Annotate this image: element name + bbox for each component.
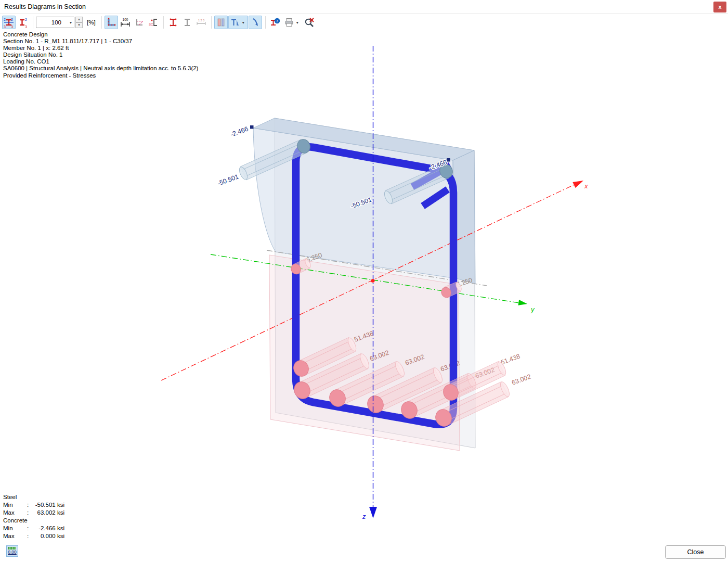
legend-concrete-max-row: Max : 0.000 ksi bbox=[3, 532, 64, 540]
concrete-min-value: -2.466 ksi bbox=[32, 525, 64, 532]
dialog-title: Results Diagrams in Section bbox=[4, 3, 86, 10]
hatching-icon bbox=[216, 17, 226, 28]
steel-stress-label: 51.438 bbox=[500, 353, 521, 366]
toolbar-separator bbox=[101, 16, 102, 29]
legend-concrete-title: Concrete bbox=[3, 517, 64, 525]
min-label: Min bbox=[3, 525, 27, 532]
svg-text:i: i bbox=[277, 19, 278, 23]
percent-unit-label: [%] bbox=[87, 19, 96, 25]
section-outline-button[interactable] bbox=[105, 16, 118, 29]
stress-points-icon bbox=[168, 17, 178, 28]
stress-points-button[interactable] bbox=[166, 16, 180, 29]
cancel-zoom-button[interactable] bbox=[303, 16, 316, 29]
section-info-button[interactable]: i bbox=[268, 16, 282, 29]
max-label: Max bbox=[3, 532, 27, 540]
scale-factor-combobox[interactable]: 100 ▾ bbox=[36, 17, 74, 28]
printer-icon bbox=[284, 17, 295, 28]
legend-steel-title: Steel bbox=[3, 493, 64, 501]
toolbar: 22 33 2 3 100 ▾ ▲ ▼ [%] 100 bbox=[0, 14, 728, 31]
scale-factor-value: 100 bbox=[51, 19, 61, 25]
concrete-max-value: 0.000 ksi bbox=[32, 532, 64, 540]
section-parts-icon bbox=[182, 17, 192, 28]
legend-concrete-min-row: Min : -2.466 ksi bbox=[3, 525, 64, 532]
toolbar-separator bbox=[33, 16, 33, 29]
zoom-cancel-icon bbox=[304, 17, 315, 28]
section-3d-view[interactable]: 6.250 6.250 51.438 63.002 63.002 63.002 … bbox=[0, 31, 728, 543]
steel-max-value: 63.002 ksi bbox=[32, 509, 64, 517]
y-axis-label: y bbox=[530, 305, 535, 313]
concrete-stress-label: -2.466 bbox=[229, 125, 249, 138]
decimal-places-button[interactable]: 0,00 bbox=[6, 545, 18, 557]
results-sections-icon: 22 33 bbox=[3, 17, 15, 28]
z-axis-label: z bbox=[362, 513, 366, 520]
steel-compression-label: -50.501 bbox=[216, 173, 240, 187]
close-button[interactable]: Close bbox=[665, 545, 726, 559]
section-info-icon: i bbox=[269, 17, 281, 28]
svg-text:3: 3 bbox=[4, 25, 6, 28]
dimension-lines-button[interactable]: 100 bbox=[119, 16, 132, 29]
section-outline-icon bbox=[106, 17, 116, 28]
hatching-display-button[interactable] bbox=[214, 16, 228, 29]
min-label: Min bbox=[3, 501, 27, 509]
section-axes-icon bbox=[134, 17, 145, 28]
numbering-icon: 1 2 3 bbox=[196, 17, 207, 28]
section-axes-button[interactable] bbox=[133, 16, 146, 29]
legend-steel-min-row: Min : -50.501 ksi bbox=[3, 501, 64, 509]
spinner-up-icon[interactable]: ▲ bbox=[75, 17, 83, 22]
shear-center-button[interactable]: SC bbox=[147, 16, 160, 29]
results-section2-icon: 2 3 bbox=[17, 17, 29, 28]
close-button-label: Close bbox=[687, 548, 704, 556]
max-label: Max bbox=[3, 509, 27, 517]
chevron-down-icon: ▾ bbox=[70, 20, 72, 25]
y-axis-arrow-icon bbox=[518, 300, 527, 305]
steel-stress-label: 63.002 bbox=[511, 373, 532, 387]
colon: : bbox=[27, 509, 32, 517]
close-icon: x bbox=[718, 4, 721, 10]
toolbar-separator bbox=[211, 16, 212, 29]
x-axis-arrow-icon bbox=[573, 181, 583, 188]
toolbar-separator bbox=[265, 16, 266, 29]
svg-text:1 2 3: 1 2 3 bbox=[198, 19, 204, 22]
colon: : bbox=[27, 525, 32, 532]
chevron-down-icon: ▾ bbox=[242, 20, 244, 25]
results-in-section-2-button[interactable]: 2 3 bbox=[16, 16, 30, 29]
svg-text:2: 2 bbox=[25, 18, 27, 21]
steel-min-value: -50.501 ksi bbox=[32, 501, 64, 509]
spinner-down-icon[interactable]: ▼ bbox=[75, 22, 83, 28]
chevron-down-icon: ▾ bbox=[296, 20, 298, 25]
svg-text:3: 3 bbox=[25, 25, 27, 28]
dialog-title-bar: Results Diagrams in Section x bbox=[0, 0, 728, 14]
window-close-button[interactable]: x bbox=[713, 2, 726, 12]
section-parts-button[interactable] bbox=[180, 16, 194, 29]
numbering-button[interactable]: 1 2 3 bbox=[194, 16, 208, 29]
minmax-legend: Steel Min : -50.501 ksi Max : 63.002 ksi… bbox=[3, 493, 64, 540]
centroid-point bbox=[371, 279, 375, 283]
decimal-format-label: 0,00 bbox=[7, 550, 18, 555]
z-axis-arrow-icon bbox=[369, 507, 377, 518]
result-values-button[interactable] bbox=[249, 16, 262, 29]
diagram-type-split-button[interactable]: ▾ bbox=[228, 16, 248, 29]
x-axis-label: x bbox=[584, 182, 588, 190]
result-values-icon bbox=[250, 17, 261, 28]
svg-text:2: 2 bbox=[4, 18, 6, 21]
svg-text:SC: SC bbox=[149, 23, 153, 26]
results-in-sections-button[interactable]: 22 33 bbox=[2, 16, 16, 29]
colon: : bbox=[27, 532, 32, 540]
diagram-type-icon bbox=[230, 17, 241, 28]
svg-text:100: 100 bbox=[122, 18, 128, 21]
dimension-lines-icon: 100 bbox=[120, 17, 131, 28]
scale-factor-spinner[interactable]: ▲ ▼ bbox=[75, 17, 83, 28]
shear-center-icon: SC bbox=[148, 17, 159, 28]
toolbar-separator bbox=[163, 16, 164, 29]
colon: : bbox=[27, 501, 32, 509]
print-split-button[interactable]: ▾ bbox=[282, 16, 302, 29]
legend-steel-max-row: Max : 63.002 ksi bbox=[3, 509, 64, 517]
